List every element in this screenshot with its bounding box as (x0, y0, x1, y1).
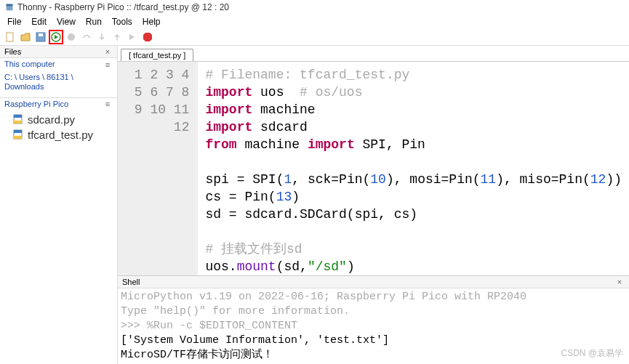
code-content[interactable]: # Filename: tfcard_test.py import uos # … (198, 62, 629, 275)
shell-header: Shell × (118, 276, 629, 288)
new-file-button[interactable] (4, 31, 16, 43)
file-name: sdcard.py (28, 113, 75, 126)
python-file-icon (13, 129, 23, 139)
svg-rect-2 (7, 33, 13, 41)
open-file-button[interactable] (20, 31, 31, 43)
files-title: Files (4, 47, 21, 56)
menu-tools[interactable]: Tools (108, 15, 137, 28)
step-out-button[interactable] (111, 31, 123, 43)
editor-area: [ tfcard_test.py ] 1 2 3 4 5 6 7 8 9 10 … (118, 46, 629, 364)
shell-panel: Shell × MicroPython v1.19 on 2022-06-16;… (118, 275, 629, 364)
files-sidebar: Files × This computer ≡ C: \ Users \ 861… (0, 46, 118, 364)
menu-edit[interactable]: Edit (27, 15, 51, 28)
device-label: Raspberry Pi Pico (4, 100, 68, 108)
files-close-icon[interactable]: × (103, 47, 113, 56)
line-gutter: 1 2 3 4 5 6 7 8 9 10 11 12 (118, 62, 198, 275)
shell-line: Type "help()" for more information. (121, 304, 626, 319)
debug-button[interactable] (65, 31, 77, 43)
svg-marker-7 (143, 33, 152, 41)
this-computer-label: This computer (4, 60, 55, 69)
shell-prompt-line: >>> %Run -c $EDITOR_CONTENT (121, 319, 626, 333)
svg-rect-4 (39, 33, 43, 36)
shell-output[interactable]: MicroPython v1.19 on 2022-06-16; Raspber… (118, 288, 629, 364)
shell-line: MicroPython v1.19 on 2022-06-16; Raspber… (121, 290, 626, 304)
shell-line: MicroSD/TF存储卡访问测试！ (121, 348, 626, 363)
this-computer-row[interactable]: This computer ≡ (0, 58, 117, 70)
shell-title: Shell (122, 278, 140, 286)
device-files: sdcard.py tfcard_test.py (0, 110, 117, 145)
save-button[interactable] (35, 31, 47, 43)
run-button[interactable] (50, 31, 62, 43)
file-name: tfcard_test.py (28, 129, 93, 141)
step-into-button[interactable] (96, 31, 108, 43)
files-header: Files × (0, 46, 117, 58)
menu-view[interactable]: View (52, 15, 80, 28)
menu-icon[interactable]: ≡ (103, 60, 113, 69)
file-item[interactable]: tfcard_test.py (4, 127, 113, 142)
toolbar (0, 29, 629, 46)
resume-button[interactable] (127, 31, 138, 43)
python-file-icon (13, 114, 23, 124)
file-item[interactable]: sdcard.py (4, 112, 113, 127)
title-bar: Thonny - Raspberry Pi Pico :: /tfcard_te… (0, 0, 629, 15)
computer-path[interactable]: C: \ Users \ 86131 \ Downloads (4, 73, 113, 92)
svg-rect-10 (14, 121, 22, 124)
step-over-button[interactable] (81, 31, 92, 43)
watermark: CSDN @袁易学 (561, 347, 623, 360)
menu-bar: File Edit View Run Tools Help (0, 15, 629, 29)
tab-bar: [ tfcard_test.py ] (118, 46, 629, 61)
shell-close-icon[interactable]: × (614, 278, 625, 286)
menu-run[interactable]: Run (81, 15, 106, 28)
svg-rect-1 (7, 4, 13, 7)
menu-file[interactable]: File (3, 15, 25, 28)
svg-rect-12 (14, 130, 22, 133)
svg-point-6 (68, 33, 75, 41)
menu-help[interactable]: Help (138, 15, 165, 28)
device-row[interactable]: Raspberry Pi Pico ≡ (0, 98, 117, 110)
window-title: Thonny - Raspberry Pi Pico :: /tfcard_te… (17, 2, 229, 12)
code-editor[interactable]: 1 2 3 4 5 6 7 8 9 10 11 12 # Filename: t… (118, 61, 629, 275)
stop-button[interactable] (142, 31, 153, 43)
shell-line: ['System Volume Information', 'test.txt'… (121, 333, 626, 348)
svg-rect-9 (14, 115, 22, 118)
menu-icon[interactable]: ≡ (103, 100, 113, 108)
editor-tab[interactable]: [ tfcard_test.py ] (121, 49, 193, 61)
app-icon (4, 2, 15, 12)
svg-rect-13 (14, 136, 22, 139)
